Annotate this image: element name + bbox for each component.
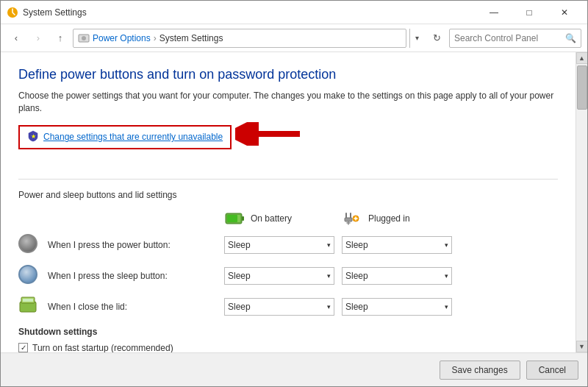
back-button[interactable]: ‹ xyxy=(7,29,26,48)
page-description: Choose the power settings that you want … xyxy=(18,90,558,115)
battery-column-header: On battery xyxy=(224,210,342,227)
maximize-button[interactable]: □ xyxy=(512,1,546,24)
breadcrumb-item-2: System Settings xyxy=(159,33,223,43)
title-bar: System Settings — □ ✕ xyxy=(1,1,587,24)
divider-1 xyxy=(18,179,558,180)
change-settings-link[interactable]: ★ Change settings that are currently una… xyxy=(18,125,232,149)
scrollbar-down-button[interactable]: ▼ xyxy=(576,341,588,352)
change-settings-text: Change settings that are currently unava… xyxy=(43,132,223,142)
refresh-button[interactable]: ↻ xyxy=(427,29,446,48)
content-area: Define power buttons and turn on passwor… xyxy=(1,52,576,352)
up-button[interactable]: ↑ xyxy=(51,29,70,48)
window-title: System Settings xyxy=(23,7,477,18)
lid-close-icon xyxy=(18,296,40,318)
shield-icon: ★ xyxy=(27,130,39,144)
sleep-button-icon xyxy=(18,265,40,287)
svg-point-2 xyxy=(82,36,86,40)
battery-icon xyxy=(224,210,245,227)
forward-button[interactable]: › xyxy=(29,29,48,48)
close-button[interactable]: ✕ xyxy=(548,1,581,24)
plugged-column-header: Plugged in xyxy=(342,210,459,227)
scrollbar[interactable]: ▲ ▼ xyxy=(576,52,587,352)
settings-header-row: On battery Plugged in xyxy=(18,210,558,227)
minimize-button[interactable]: — xyxy=(477,1,511,24)
sleep-button-label: When I press the sleep button: xyxy=(48,271,224,281)
shutdown-settings-section: Shutdown settings ✓ Turn on fast startup… xyxy=(18,327,558,352)
save-changes-button[interactable]: Save changes xyxy=(440,361,520,380)
table-row: When I press the sleep button: Sleep ▾ S… xyxy=(18,265,558,287)
breadcrumb-separator: › xyxy=(154,33,157,43)
table-row: When I press the power button: Sleep ▾ S… xyxy=(18,234,558,256)
plugged-label: Plugged in xyxy=(368,213,410,224)
breadcrumb-item-1[interactable]: Power Options xyxy=(93,33,151,43)
table-row: When I close the lid: Sleep ▾ Sleep ▾ xyxy=(18,296,558,318)
nav-bar: ‹ › ↑ Power Options › System Settings ▾ … xyxy=(1,24,587,52)
settings-rows: When I press the power button: Sleep ▾ S… xyxy=(18,234,558,318)
svg-text:★: ★ xyxy=(31,133,36,140)
power-plugged-dropdown[interactable]: Sleep ▾ xyxy=(342,236,452,254)
plug-icon xyxy=(342,210,362,227)
page-title: Define power buttons and turn on passwor… xyxy=(18,67,558,82)
svg-rect-9 xyxy=(227,215,237,222)
main-window: System Settings — □ ✕ ‹ › ↑ Power Option… xyxy=(0,0,588,387)
scrollbar-thumb[interactable] xyxy=(577,65,587,110)
fast-startup-label: Turn on fast startup (recommended) xyxy=(32,343,173,352)
window-icon xyxy=(7,7,18,18)
main-area: Define power buttons and turn on passwor… xyxy=(1,52,587,352)
sleep-plugged-dropdown[interactable]: Sleep ▾ xyxy=(342,267,452,285)
scrollbar-up-button[interactable]: ▲ xyxy=(576,52,588,64)
power-button-label: When I press the power button: xyxy=(48,240,224,250)
search-input[interactable] xyxy=(454,33,565,43)
checkmark-icon: ✓ xyxy=(21,344,26,352)
search-icon: 🔍 xyxy=(565,33,576,43)
fast-startup-checkbox[interactable]: ✓ xyxy=(18,343,28,352)
fast-startup-row: ✓ Turn on fast startup (recommended) xyxy=(18,343,558,352)
window-controls: — □ ✕ xyxy=(477,1,581,24)
lid-close-label: When I close the lid: xyxy=(48,302,224,312)
address-dropdown-button[interactable]: ▾ xyxy=(409,29,424,48)
address-icon xyxy=(78,32,90,44)
red-arrow-indicator xyxy=(235,122,301,146)
battery-label: On battery xyxy=(251,213,292,224)
svg-rect-14 xyxy=(23,299,33,302)
shutdown-section-label: Shutdown settings xyxy=(18,327,558,337)
svg-rect-7 xyxy=(242,216,244,221)
sleep-battery-dropdown[interactable]: Sleep ▾ xyxy=(224,267,334,285)
lid-battery-dropdown[interactable]: Sleep ▾ xyxy=(224,298,334,316)
cancel-button[interactable]: Cancel xyxy=(526,361,578,380)
lid-plugged-dropdown[interactable]: Sleep ▾ xyxy=(342,298,452,316)
section-label: Power and sleep buttons and lid settings xyxy=(18,190,558,200)
power-battery-dropdown[interactable]: Sleep ▾ xyxy=(224,236,334,254)
search-box[interactable]: 🔍 xyxy=(449,29,581,48)
power-button-icon xyxy=(18,234,40,256)
footer: Save changes Cancel xyxy=(1,352,587,386)
address-bar: Power Options › System Settings xyxy=(73,29,406,48)
